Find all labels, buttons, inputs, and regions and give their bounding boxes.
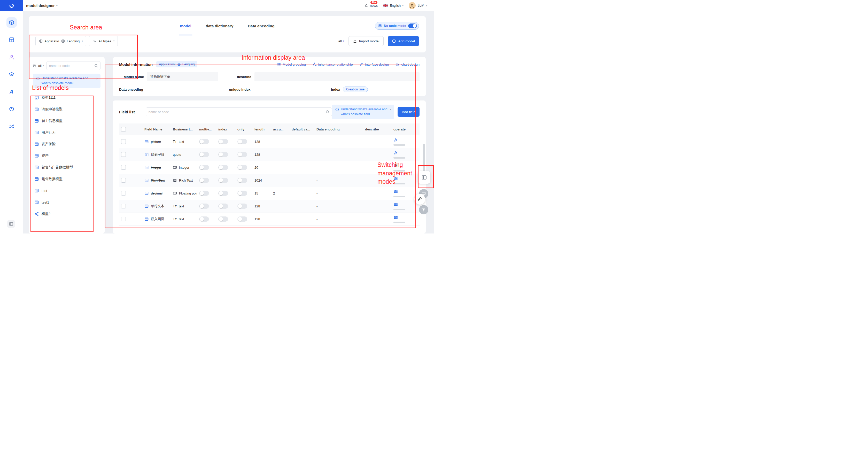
tab-data-encoding[interactable]: Data encoding: [248, 16, 274, 35]
sidebar-item-layers[interactable]: [6, 69, 17, 80]
row-checkbox[interactable]: [121, 217, 126, 221]
model-list-item[interactable]: 用户行为: [33, 127, 100, 138]
sliders-icon[interactable]: [394, 202, 398, 207]
sidebar-item-layout[interactable]: [6, 35, 17, 45]
model-list-item[interactable]: test1: [33, 196, 100, 208]
search-icon[interactable]: [94, 64, 98, 68]
multivalue-toggle[interactable]: [199, 165, 209, 170]
sliders-icon[interactable]: [394, 215, 398, 220]
row-checkbox[interactable]: [121, 204, 126, 209]
describe-label: describe: [237, 75, 251, 79]
only-toggle[interactable]: [238, 152, 247, 157]
type-select[interactable]: All types ▾: [89, 36, 118, 46]
model-list-item[interactable]: 资产: [33, 150, 100, 162]
operate-scrollbar[interactable]: [394, 222, 405, 223]
sliders-icon[interactable]: [394, 138, 398, 142]
close-icon[interactable]: ×: [390, 106, 392, 112]
sidebar-item-flow[interactable]: [6, 121, 17, 131]
field-search-input[interactable]: [146, 107, 332, 116]
field-row: decimal Floating point 15 2 -: [119, 187, 420, 200]
multivalue-toggle[interactable]: [199, 216, 209, 222]
sidebar-item-users[interactable]: [6, 52, 17, 62]
model-list-item[interactable]: 资产保险: [33, 138, 100, 150]
index-toggle[interactable]: [218, 178, 228, 183]
multivalue-toggle[interactable]: [199, 139, 209, 144]
index-toggle[interactable]: [218, 139, 228, 144]
inheritance-relationship-link[interactable]: inheritance relationship: [313, 62, 353, 66]
user-menu[interactable]: 风灵 ▾: [409, 2, 427, 9]
index-tag[interactable]: Creation time: [343, 87, 368, 92]
operate-scrollbar[interactable]: [394, 157, 405, 159]
model-list-item[interactable]: 员工信息模型: [33, 115, 100, 127]
import-model-button[interactable]: Import model: [348, 36, 384, 46]
only-toggle[interactable]: [238, 139, 247, 144]
switch-management-mode-button[interactable]: [418, 171, 430, 184]
multivalue-toggle[interactable]: [199, 204, 209, 209]
index-toggle[interactable]: [218, 216, 228, 222]
operate-scrollbar[interactable]: [394, 196, 405, 197]
sliders-icon[interactable]: [394, 151, 398, 155]
model-search-input[interactable]: [46, 61, 100, 70]
operate-scrollbar[interactable]: [394, 170, 405, 172]
row-checkbox[interactable]: [121, 152, 126, 157]
model-list-item[interactable]: 销售与广告数据模型: [33, 162, 100, 173]
operate-scrollbar[interactable]: [394, 183, 405, 184]
sidebar-item-charts[interactable]: [6, 104, 17, 114]
back-to-top-fab[interactable]: [419, 205, 428, 214]
index-toggle[interactable]: [218, 165, 228, 170]
close-icon[interactable]: ×: [96, 75, 98, 81]
model-list-item[interactable]: test: [33, 185, 100, 196]
collapse-sidebar-button[interactable]: [7, 220, 15, 228]
news-button[interactable]: news 99+: [364, 4, 378, 8]
chart-design-link[interactable]: chart design: [396, 62, 420, 66]
add-field-button[interactable]: Add field: [398, 107, 420, 117]
only-toggle[interactable]: [238, 165, 247, 170]
model-list-item[interactable]: 销售数据模型: [33, 173, 100, 185]
index-toggle[interactable]: [218, 204, 228, 209]
model-name-input[interactable]: [147, 72, 218, 81]
add-model-button[interactable]: Add model: [388, 36, 419, 46]
scope-dropdown[interactable]: all ▾: [338, 39, 344, 43]
model-list-item[interactable]: 模型1111: [33, 92, 100, 103]
application-value-label: Fengling: [67, 39, 80, 43]
toggle-switch-on[interactable]: [408, 24, 417, 28]
operate-scrollbar[interactable]: [394, 144, 405, 146]
no-code-mode-toggle[interactable]: No code mode: [375, 22, 419, 30]
select-all-checkbox[interactable]: [121, 127, 126, 132]
row-checkbox[interactable]: [121, 191, 126, 195]
describe-input[interactable]: [254, 72, 420, 81]
sliders-icon[interactable]: [394, 177, 398, 181]
row-checkbox[interactable]: [121, 165, 126, 170]
multivalue-toggle[interactable]: [199, 178, 209, 183]
only-toggle[interactable]: [238, 204, 247, 209]
application-select[interactable]: Applicatio Fengling ▾: [35, 36, 86, 46]
field-name: Rich Text: [151, 179, 164, 182]
search-icon[interactable]: [326, 110, 330, 114]
multivalue-toggle[interactable]: [199, 191, 209, 196]
app-switcher[interactable]: model designer ▾: [26, 3, 58, 8]
operate-scrollbar[interactable]: [394, 209, 405, 210]
index-toggle[interactable]: [218, 152, 228, 157]
model-sort-select[interactable]: all ▾: [33, 64, 44, 68]
sliders-icon[interactable]: [394, 163, 398, 168]
length-value: 128: [252, 200, 271, 213]
row-checkbox[interactable]: [121, 139, 126, 144]
tab-data-dictionary[interactable]: data dictionary: [206, 16, 234, 35]
sliders-icon[interactable]: [394, 189, 398, 194]
index-toggle[interactable]: [218, 191, 228, 196]
model-list-item[interactable]: 请假申请模型: [33, 103, 100, 115]
sidebar-item-ai[interactable]: A: [6, 87, 17, 97]
multivalue-toggle[interactable]: [199, 152, 209, 157]
tools-fab[interactable]: [414, 194, 425, 205]
only-toggle[interactable]: [238, 216, 247, 222]
model-list-item[interactable]: 模型2: [33, 208, 100, 220]
interface-design-link[interactable]: interface design: [359, 62, 389, 66]
only-toggle[interactable]: [238, 191, 247, 196]
brand-logo[interactable]: [0, 0, 23, 11]
only-toggle[interactable]: [238, 178, 247, 183]
language-selector[interactable]: English ▾: [383, 4, 404, 7]
sidebar-item-model-designer[interactable]: [6, 17, 17, 28]
row-checkbox[interactable]: [121, 178, 126, 183]
model-grouping-link[interactable]: Model grouping: [277, 62, 306, 66]
tab-model[interactable]: model: [180, 16, 191, 35]
